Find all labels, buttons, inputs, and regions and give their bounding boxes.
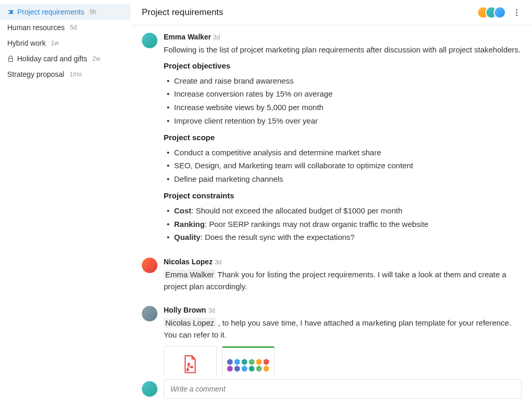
list-item: Cost: Should not exceed the allocated bu… — [174, 204, 522, 218]
scope-list: Conduct a competitive analysis and deter… — [164, 146, 522, 186]
post-body: Holly Brown 3d Nicolas Lopez , to help y… — [164, 306, 522, 376]
list-item: Conduct a competitive analysis and deter… — [174, 146, 522, 159]
sidebar: Project requirements 5h Human resources … — [0, 0, 131, 404]
list-item: Quality: Does the result sync with the e… — [174, 231, 522, 244]
post-time: 3d — [213, 34, 220, 41]
main-panel: Project requirements Emma Walker 3d Foll… — [131, 0, 532, 404]
post-text: Nicolas Lopez , to help you save time, I… — [164, 317, 522, 341]
header: Project requirements — [131, 0, 532, 25]
sidebar-item-hybrid-work[interactable]: Hybrid work 1w — [0, 35, 131, 51]
user-mention[interactable]: Emma Walker — [164, 270, 216, 279]
post-text: Following is the list of projcet marketi… — [164, 44, 522, 56]
sidebar-item-time: 5d — [70, 24, 77, 31]
attachment-card[interactable]: Marketing-stra... Proof this file 2h — [222, 346, 275, 376]
page-title: Project requirements — [142, 7, 223, 18]
list-item: SEO, Design, and Marketing team will col… — [174, 159, 522, 172]
section-title: Project constraints — [164, 191, 522, 200]
post-header: Emma Walker 3d — [164, 33, 522, 41]
sidebar-item-label: Project requirements — [17, 8, 84, 16]
comment-input[interactable] — [164, 379, 522, 399]
attachment-card[interactable]: Marketing-plan... Proof this file 2h — [164, 346, 217, 376]
post-body: Nicolas Lopez 3d Emma Walker Thank you f… — [164, 258, 522, 298]
post: Holly Brown 3d Nicolas Lopez , to help y… — [142, 306, 522, 376]
constraints-list: Cost: Should not exceed the allocated bu… — [164, 204, 522, 244]
post-author: Nicolas Lopez — [164, 258, 212, 266]
avatar — [494, 6, 506, 19]
header-actions — [481, 6, 522, 19]
sidebar-item-label: Strategy proposal — [7, 70, 64, 78]
sidebar-item-time: 5h — [89, 8, 96, 16]
list-item: Define paid marketing channels — [174, 172, 522, 186]
diagram-icon — [227, 359, 270, 372]
section-title: Project objectives — [164, 61, 522, 70]
sidebar-item-human-resources[interactable]: Human resources 5d — [0, 20, 131, 35]
attachment-thumbnail — [222, 346, 274, 376]
sidebar-item-time: 1w — [51, 39, 59, 47]
sidebar-item-time: 1mo — [70, 71, 82, 78]
lock-icon — [7, 56, 14, 62]
list-item: Increase website views by 5,000 per mont… — [174, 101, 522, 114]
content-area: Emma Walker 3d Following is the list of … — [131, 25, 532, 376]
post-time: 3d — [215, 259, 221, 266]
post-time: 3d — [208, 307, 215, 314]
avatar — [142, 258, 157, 273]
collaborator-avatars[interactable] — [481, 6, 506, 19]
post-text: Emma Walker Thank you for listing the pr… — [164, 269, 522, 292]
sidebar-item-strategy-proposal[interactable]: Strategy proposal 1mo — [0, 66, 131, 82]
sidebar-item-label: Hybrid work — [7, 39, 46, 47]
pdf-icon — [182, 355, 198, 374]
sidebar-item-time: 2w — [92, 55, 100, 62]
attachment-thumbnail — [164, 346, 216, 376]
list-item: Improve client retention by 15% over yea… — [174, 114, 522, 128]
sidebar-item-label: Human resources — [7, 23, 65, 32]
more-options-button[interactable] — [511, 7, 522, 18]
user-mention[interactable]: Nicolas Lopez — [164, 318, 216, 328]
post-author: Emma Walker — [164, 33, 211, 41]
objectives-list: Create and raise brand awareness Increas… — [164, 74, 522, 128]
sidebar-item-project-requirements[interactable]: Project requirements 5h — [0, 4, 131, 20]
avatar — [142, 306, 157, 321]
comment-bar — [131, 376, 532, 404]
list-item: Increase conversion rates by 15% on aver… — [174, 87, 522, 101]
section-title: Project scope — [164, 133, 522, 142]
pin-icon — [7, 9, 14, 16]
sidebar-item-label: Holiday card and gifts — [17, 55, 87, 63]
list-item: Create and raise brand awareness — [174, 74, 522, 88]
list-item: Ranking: Poor SERP rankings may not draw… — [174, 218, 522, 231]
post-header: Holly Brown 3d — [164, 306, 522, 314]
post: Emma Walker 3d Following is the list of … — [142, 33, 522, 249]
avatar — [142, 33, 157, 48]
avatar — [142, 381, 157, 397]
post-header: Nicolas Lopez 3d — [164, 258, 522, 266]
post: Nicolas Lopez 3d Emma Walker Thank you f… — [142, 258, 522, 298]
attachments: Marketing-plan... Proof this file 2h — [164, 346, 522, 376]
sidebar-item-holiday-card[interactable]: Holiday card and gifts 2w — [0, 51, 131, 66]
post-body: Emma Walker 3d Following is the list of … — [164, 33, 522, 249]
post-author: Holly Brown — [164, 306, 206, 314]
